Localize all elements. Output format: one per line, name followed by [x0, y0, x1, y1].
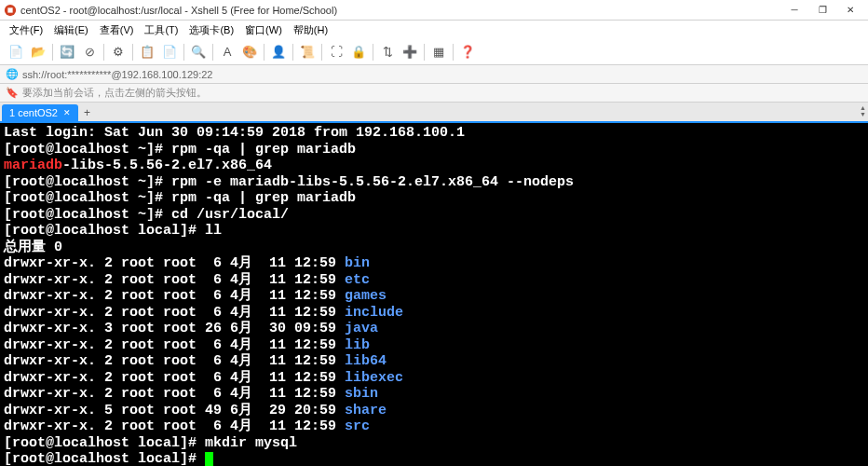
term-dir: src [345, 418, 370, 434]
new-button[interactable]: 📄 [6, 42, 26, 62]
tab-new-button[interactable]: ➕ [400, 42, 420, 62]
addressbar: 🌐 ssh://root:***********@192.168.100.129… [0, 65, 868, 84]
term-perm: drwxr-xr-x. 2 root root 6 4月 11 12:59 [4, 288, 345, 304]
transfer-button[interactable]: ⇅ [377, 42, 398, 62]
titlebar: centOS2 - root@localhost:/usr/local - Xs… [0, 0, 868, 21]
term-perm: drwxr-xr-x. 2 root root 6 4月 11 12:59 [4, 386, 345, 402]
term-perm: drwxr-xr-x. 2 root root 6 4月 11 12:59 [4, 370, 345, 386]
term-line: [root@localhost local]# ll [4, 223, 222, 239]
copy-button[interactable]: 📋 [137, 42, 157, 62]
term-line: [root@localhost local]# mkdir mysql [4, 435, 297, 451]
find-button[interactable]: 🔍 [188, 42, 209, 62]
term-dir: etc [345, 272, 370, 288]
term-perm: drwxr-xr-x. 2 root root 6 4月 11 12:59 [4, 337, 345, 353]
tab-add-button[interactable]: + [78, 104, 96, 121]
disconnect-button[interactable]: ⊘ [79, 42, 100, 62]
toolbar: 📄 📂 🔄 ⊘ ⚙ 📋 📄 🔍 A 🎨 👤 📜 ⛶ 🔒 ⇅ ➕ ▦ ❓ [0, 39, 868, 65]
term-line: -libs-5.5.56-2.el7.x86_64 [62, 158, 272, 173]
term-line: 总用量 0 [4, 240, 62, 255]
term-dir: include [345, 305, 403, 321]
term-perm: drwxr-xr-x. 5 root root 49 6月 29 20:59 [4, 403, 345, 418]
terminal[interactable]: Last login: Sat Jun 30 09:14:59 2018 fro… [0, 123, 868, 466]
globe-icon: 🌐 [6, 68, 19, 80]
term-perm: drwxr-xr-x. 2 root root 6 4月 11 12:59 [4, 418, 345, 434]
term-line: [root@localhost ~]# rpm -e mariadb-libs-… [4, 174, 574, 190]
term-perm: drwxr-xr-x. 3 root root 26 6月 30 09:59 [4, 321, 345, 336]
term-dir: lib [345, 337, 370, 353]
app-icon [4, 4, 17, 17]
addressbar-text[interactable]: ssh://root:***********@192.168.100.129:2… [22, 69, 212, 80]
term-dir: java [345, 321, 378, 336]
fullscreen-button[interactable]: ⛶ [326, 42, 346, 62]
script-button[interactable]: 📜 [297, 42, 318, 62]
lock-button[interactable]: 🔒 [348, 42, 369, 62]
term-line: [root@localhost ~]# rpm -qa | grep maria… [4, 190, 356, 206]
tab-label: 1 centOS2 [9, 107, 58, 118]
minimize-button[interactable]: ─ [780, 1, 808, 20]
properties-button[interactable]: ⚙ [108, 42, 129, 62]
horizontal-button[interactable]: ▦ [428, 42, 449, 62]
bookmark-icon[interactable]: 🔖 [6, 87, 19, 99]
menu-tabs[interactable]: 选项卡(B) [183, 21, 239, 39]
titlebar-text: centOS2 - root@localhost:/usr/local - Xs… [20, 5, 780, 16]
term-line: [root@localhost ~]# rpm -qa | grep maria… [4, 142, 356, 158]
term-dir: games [345, 288, 387, 304]
term-prompt: [root@localhost local]# [4, 451, 205, 466]
tab-centos2[interactable]: 1 centOS2 ✕ [2, 104, 78, 121]
term-dir: lib64 [345, 353, 387, 369]
open-button[interactable]: 📂 [28, 42, 48, 62]
tab-close-icon[interactable]: ✕ [63, 108, 71, 117]
menu-edit[interactable]: 编辑(E) [48, 21, 94, 39]
tab-scroll-arrows[interactable]: ▲▼ [860, 104, 866, 117]
term-dir: bin [345, 255, 370, 271]
term-perm: drwxr-xr-x. 2 root root 6 4月 11 12:59 [4, 255, 345, 271]
close-button[interactable]: ✕ [836, 1, 864, 20]
term-perm: drwxr-xr-x. 2 root root 6 4月 11 12:59 [4, 305, 345, 321]
hintbar-text: 要添加当前会话，点击左侧的箭头按钮。 [22, 86, 207, 100]
help-button[interactable]: ❓ [457, 42, 478, 62]
terminal-cursor [205, 452, 213, 466]
svg-rect-1 [7, 7, 12, 12]
menu-file[interactable]: 文件(F) [4, 21, 48, 39]
menu-view[interactable]: 查看(V) [94, 21, 140, 39]
paste-button[interactable]: 📄 [159, 42, 180, 62]
menu-window[interactable]: 窗口(W) [239, 21, 288, 39]
reconnect-button[interactable]: 🔄 [57, 42, 77, 62]
term-dir: libexec [345, 370, 403, 386]
menu-help[interactable]: 帮助(H) [288, 21, 333, 39]
maximize-button[interactable]: ❐ [808, 1, 836, 20]
term-dir: sbin [345, 386, 378, 402]
term-keyword: mariadb [4, 158, 62, 173]
term-dir: share [345, 403, 387, 418]
menubar: 文件(F) 编辑(E) 查看(V) 工具(T) 选项卡(B) 窗口(W) 帮助(… [0, 21, 868, 39]
term-perm: drwxr-xr-x. 2 root root 6 4月 11 12:59 [4, 353, 345, 369]
font-button[interactable]: A [217, 42, 237, 62]
term-line: [root@localhost ~]# cd /usr/local/ [4, 207, 289, 223]
menu-tools[interactable]: 工具(T) [139, 21, 183, 39]
hintbar: 🔖 要添加当前会话，点击左侧的箭头按钮。 [0, 84, 868, 103]
profile-button[interactable]: 👤 [268, 42, 289, 62]
term-line: Last login: Sat Jun 30 09:14:59 2018 fro… [4, 125, 465, 141]
term-perm: drwxr-xr-x. 2 root root 6 4月 11 12:59 [4, 272, 345, 288]
color-button[interactable]: 🎨 [239, 42, 260, 62]
tabbar: 1 centOS2 ✕ + ▲▼ [0, 103, 868, 123]
